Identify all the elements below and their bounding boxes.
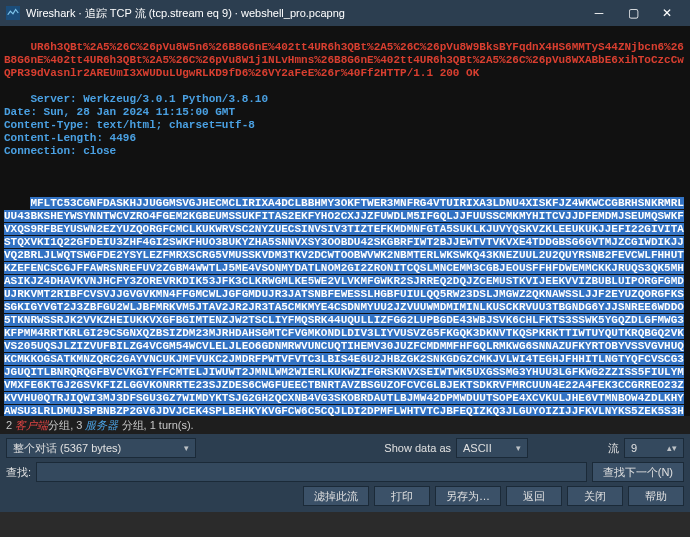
chevron-down-icon: ▾ <box>516 439 521 457</box>
show-data-as-select[interactable]: ASCII ▾ <box>456 438 528 458</box>
find-input[interactable] <box>36 462 587 482</box>
response-body: MFLTC53CGNFDASKHJJUGGMSVGJHECMCLIRIXA4DC… <box>4 197 684 416</box>
maximize-button[interactable]: ▢ <box>616 0 650 26</box>
status-line: 2 客户端分组, 3 服务器 分组, 1 turn(s). <box>0 416 690 434</box>
close-button[interactable]: ✕ <box>650 0 684 26</box>
client-pkts-label: 客户端 <box>15 419 48 431</box>
stream-label: 流 <box>608 441 619 456</box>
response-headers: Server: Werkzeug/3.0.1 Python/3.8.10 Dat… <box>4 93 268 157</box>
stream-content[interactable]: UR6h3QBt%2A5%26C%26pVu8W5n6%26B8G6nE%402… <box>0 26 690 416</box>
conversation-select-label: 整个对话 (5367 bytes) <box>13 439 121 457</box>
app-icon <box>6 6 20 20</box>
window-controls: ─ ▢ ✕ <box>582 0 684 26</box>
show-data-as-label: Show data as <box>384 442 451 454</box>
stream-number-input[interactable]: 9 ▴▾ <box>624 438 684 458</box>
save-as-button[interactable]: 另存为… <box>435 486 501 506</box>
spinbox-icon: ▴▾ <box>667 439 677 457</box>
help-button[interactable]: 帮助 <box>628 486 684 506</box>
request-segment: UR6h3QBt%2A5%26C%26pVu8W5n6%26B8G6nE%402… <box>4 41 684 79</box>
show-data-as-value: ASCII <box>463 439 492 457</box>
title-bar: Wireshark · 追踪 TCP 流 (tcp.stream eq 9) ·… <box>0 0 690 26</box>
stream-number-value: 9 <box>631 439 637 457</box>
find-next-button[interactable]: 查找下一个(N) <box>592 462 684 482</box>
close-dialog-button[interactable]: 关闭 <box>567 486 623 506</box>
filter-out-stream-button[interactable]: 滤掉此流 <box>303 486 369 506</box>
minimize-button[interactable]: ─ <box>582 0 616 26</box>
controls-panel: 整个对话 (5367 bytes) ▾ Show data as ASCII ▾… <box>0 434 690 512</box>
print-button[interactable]: 打印 <box>374 486 430 506</box>
back-button[interactable]: 返回 <box>506 486 562 506</box>
find-label: 查找: <box>6 465 31 480</box>
conversation-select[interactable]: 整个对话 (5367 bytes) ▾ <box>6 438 196 458</box>
window-title: Wireshark · 追踪 TCP 流 (tcp.stream eq 9) ·… <box>26 6 582 21</box>
chevron-down-icon: ▾ <box>184 439 189 457</box>
server-pkts-label: 服务器 <box>85 419 118 431</box>
